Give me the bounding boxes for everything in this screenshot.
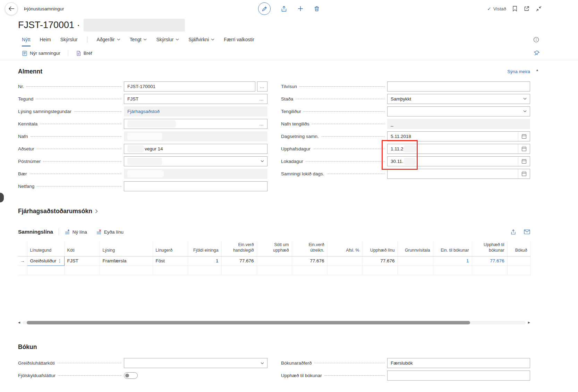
tegund-assist-edit-button[interactable]: … — [256, 96, 264, 102]
empty-cell[interactable] — [100, 265, 153, 275]
share-button[interactable] — [281, 6, 287, 12]
column-header-einverd-handslegid[interactable]: Ein.verð handslegið — [221, 241, 257, 256]
greidsluhattarkoti-dropdown-button[interactable] — [258, 362, 264, 364]
share-lines-button[interactable] — [510, 229, 516, 235]
empty-cell[interactable] — [153, 265, 188, 275]
postnumer-dropdown-button[interactable] — [258, 160, 264, 162]
column-header-sott-um-upphaed[interactable]: Sótt um upphæð — [257, 241, 292, 256]
cell-linutegund[interactable]: Greiðsluliður ⋮ — [27, 256, 64, 265]
nr-input[interactable]: FJST-170001 — [124, 81, 255, 92]
scroll-up-arrow[interactable]: ▲ — [536, 68, 539, 72]
column-header-upphaed-linu[interactable]: Upphæð línu — [362, 241, 398, 256]
empty-cell[interactable] — [188, 265, 221, 275]
menu-adgerdir[interactable]: Aðgerðir — [97, 37, 120, 42]
new-button[interactable] — [297, 6, 304, 12]
cell-lysing[interactable]: Framfærsla — [100, 256, 153, 265]
empty-cell[interactable] — [327, 265, 362, 275]
show-more-link[interactable]: Sýna meira — [507, 69, 530, 74]
bokunaradferd-input[interactable]: Færslubók — [387, 358, 530, 368]
scroll-left-arrow[interactable]: ◀ — [18, 321, 20, 324]
tab-nytt[interactable]: Nýtt — [22, 33, 31, 46]
stada-dropdown-button[interactable] — [520, 98, 527, 100]
column-header-afsl[interactable]: Afsl. % — [327, 241, 362, 256]
cell-einverd-handslegid[interactable]: 77.676 — [221, 256, 257, 265]
column-header-fjoldi-eininga[interactable]: Fjöldi eininga — [188, 241, 221, 256]
menu-sjalfvirkni[interactable]: Sjálfvirkni — [188, 37, 214, 42]
lysing-samningstegundar-value[interactable]: Fjárhagsaðstoð — [127, 109, 160, 114]
row-menu-button[interactable]: ⋮ — [56, 258, 63, 263]
cell-linugerd[interactable]: Föst — [153, 256, 188, 265]
cell-einverd-utreikn[interactable]: 77.676 — [292, 256, 327, 265]
scroll-right-arrow[interactable]: ▶ — [528, 321, 530, 324]
column-header-einverd-utreikn[interactable]: Ein.verð útreikn. — [292, 241, 327, 256]
info-button[interactable] — [533, 37, 539, 43]
postnumer-input[interactable] — [124, 156, 267, 166]
scrollbar-track[interactable] — [23, 321, 526, 324]
fjolskylduafslattur-toggle[interactable] — [124, 372, 138, 379]
cell-upphaed-linu[interactable]: 77.676 — [362, 256, 398, 265]
tilvisun-input[interactable] — [387, 81, 530, 92]
empty-cell[interactable] — [362, 265, 398, 275]
new-line-action[interactable]: Ný lína — [65, 229, 87, 235]
samningi-lokid-dags-datepicker-button[interactable] — [518, 169, 527, 178]
empty-cell[interactable] — [292, 265, 327, 275]
kennitala-input[interactable]: … — [124, 119, 267, 129]
empty-cell[interactable] — [433, 265, 472, 275]
greidsluhattarkoti-select[interactable] — [124, 358, 267, 368]
lokadagur-datepicker-button[interactable] — [518, 157, 527, 166]
column-header-koti[interactable]: Kóti — [64, 241, 100, 256]
adsetur-input[interactable]: vegur 14 — [124, 144, 267, 154]
empty-cell[interactable] — [472, 265, 507, 275]
empty-cell[interactable] — [507, 265, 530, 275]
upphaed-til-bokunar-input[interactable] — [387, 371, 530, 381]
back-button[interactable] — [5, 2, 18, 15]
cell-grunnvisitala[interactable] — [398, 256, 433, 265]
cell-koti[interactable]: FJST — [64, 256, 100, 265]
column-header-linugerd[interactable]: Línugerð — [153, 241, 188, 256]
menu-tengt[interactable]: Tengt — [130, 37, 147, 42]
open-in-new-window-button[interactable] — [524, 6, 530, 12]
tengilidur-select[interactable] — [387, 106, 530, 116]
bookmark-button[interactable] — [512, 6, 518, 12]
tab-skyrslur[interactable]: Skýrslur — [60, 33, 78, 46]
netfang-input[interactable] — [124, 181, 267, 191]
menu-faerri-valkostir[interactable]: Færri valkostir — [224, 33, 254, 46]
column-header-upphaed-til-bokunar[interactable]: Upphæð til bókunar — [472, 241, 507, 256]
cell-ein-til-bokunar[interactable]: 1 — [433, 256, 472, 265]
fasttab-fjarhagsadstodarumsokn[interactable]: Fjárhagsaðstoðarumsókn — [18, 208, 530, 215]
nr-assist-edit-button[interactable]: … — [257, 81, 267, 92]
horizontal-scrollbar[interactable]: ◀ ▶ — [18, 320, 530, 325]
tab-heim[interactable]: Heim — [40, 33, 51, 46]
stada-select[interactable]: Samþykkt — [387, 94, 530, 104]
cell-upphaed-til-bokunar[interactable]: 77.676 — [472, 256, 507, 265]
tengilidur-dropdown-button[interactable] — [520, 110, 527, 112]
cell-bokud[interactable] — [507, 256, 530, 265]
cell-fjoldi-eininga[interactable]: 1 — [188, 256, 221, 265]
empty-cell[interactable] — [64, 265, 100, 275]
column-header-lysing[interactable]: Lýsing — [100, 241, 153, 256]
new-contract-action[interactable]: Nýr samningur — [22, 51, 60, 56]
menu-skyrslur[interactable]: Skýrslur — [156, 37, 179, 42]
upphafsdagur-input[interactable]: 1.11.2 — [387, 144, 530, 154]
lokadagur-input[interactable]: 30.11. — [387, 156, 530, 166]
upphafsdagur-datepicker-button[interactable] — [518, 144, 527, 154]
edit-button[interactable] — [258, 2, 271, 15]
cell-sott-um-upphaed[interactable] — [257, 256, 292, 265]
kennitala-assist-edit-button[interactable]: … — [256, 121, 264, 127]
delete-button[interactable] — [314, 6, 320, 12]
collapse-button[interactable] — [536, 6, 542, 12]
delete-line-action[interactable]: Eyða línu — [96, 229, 124, 235]
empty-cell[interactable] — [257, 265, 292, 275]
scrollbar-thumb[interactable] — [27, 321, 470, 324]
pin-button[interactable] — [534, 50, 540, 56]
empty-cell[interactable] — [27, 265, 64, 275]
samningi-lokid-dags-input[interactable] — [387, 169, 530, 179]
cell-afsl[interactable] — [327, 256, 362, 265]
dagsetning-samn-datepicker-button[interactable] — [518, 132, 527, 141]
column-header-ein-til-bokunar[interactable]: Ein. til bókunar — [433, 241, 472, 256]
empty-cell[interactable] — [398, 265, 433, 275]
letter-action[interactable]: Bréf — [76, 51, 92, 56]
dagsetning-samn-input[interactable]: 5.11.2018 — [387, 131, 530, 141]
email-lines-button[interactable] — [524, 229, 530, 234]
tegund-input[interactable]: FJST … — [124, 94, 267, 104]
